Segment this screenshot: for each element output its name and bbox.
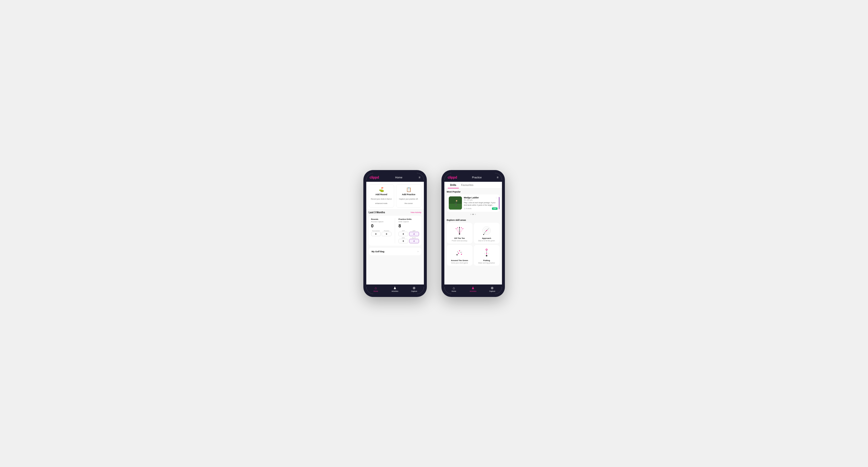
drills-subtitle: Drills Capture [399,221,419,222]
rounds-subtitle: Rounds Capture [371,221,392,222]
activities-nav-label: Activities [392,290,399,292]
drills-sub-stats: OTT 0 APP 4 ARG 0 [399,230,419,243]
practice-nav-capture[interactable]: ⊕ Capture [483,286,502,292]
svg-point-23 [485,231,486,232]
activity-title: Last 3 Months [369,211,385,214]
putt-label: PUTT [409,237,419,239]
rounds-sub-stats: Tournament 0 Practice 0 [371,230,392,236]
practice-header: clippd Practice ≡ [444,173,502,182]
home-header: clippd Home ≡ [366,173,424,182]
app-label: APP [409,230,419,231]
dots-indicator [447,213,499,216]
home-screen: ⛳ Add Round Record your shots in fast or… [366,182,424,284]
skill-card-putting[interactable]: Putting Make and lag practice [474,245,499,266]
practice-capture-label: Capture [489,290,495,292]
skill-card-approach[interactable]: Approach Dial-in to hit the green [474,223,499,244]
svg-line-8 [458,228,460,234]
arg-stat: ARG 0 [399,237,408,243]
around-the-green-desc: Hone your short game [451,262,468,264]
svg-point-24 [486,230,487,231]
skill-card-around-the-green[interactable]: Around The Green Hone your short game [447,245,472,266]
approach-name: Approach [482,237,491,239]
practice-title: Practice [472,176,482,179]
tournament-value: 0 [371,232,381,236]
stats-grid: Rounds Rounds Capture 0 Tournament 0 Pra… [371,218,419,243]
add-round-subtitle: Record your shots in fast or enhanced mo… [371,198,392,204]
skill-card-off-the-tee[interactable]: Off The Tee Power and accuracy [447,223,472,244]
clock-icon: ◷ [464,208,465,210]
menu-icon[interactable]: ≡ [418,176,420,179]
svg-point-14 [456,228,457,229]
arg-label: ARG [399,237,408,239]
drill-thumb-image [449,196,462,210]
svg-point-2 [456,200,457,201]
add-round-card[interactable]: ⛳ Add Round Record your shots in fast or… [369,184,394,208]
nav-capture[interactable]: ⊕ Capture [405,286,424,292]
dot-0[interactable] [470,214,471,215]
svg-point-25 [487,229,488,230]
rounds-total: 0 [371,223,392,229]
svg-point-41 [485,252,485,252]
svg-point-21 [483,234,484,235]
home-title: Home [395,176,402,179]
putt-value: 4 [409,239,419,243]
drills-col: Practice Drills Drills Capture 8 OTT 0 A… [399,218,419,243]
activity-section: Last 3 Months View Activity Rounds Round… [366,209,424,248]
drills-title: Practice Drills [399,218,419,220]
ott-value: 0 [399,232,408,236]
svg-point-17 [463,228,463,229]
drill-name: Wedge Ladder [464,196,479,199]
dot-2[interactable] [475,214,476,215]
practice-home-label: Home [452,290,456,292]
tab-drills[interactable]: Drills [448,182,459,188]
putt-stat: PUTT 4 [409,237,419,243]
svg-point-22 [485,232,485,233]
stats-card: Rounds Rounds Capture 0 Tournament 0 Pra… [369,216,422,246]
dot-1[interactable] [472,214,474,215]
drill-thumb-svg [449,196,462,210]
off-the-tee-name: Off The Tee [454,237,465,239]
golf-bag-row[interactable]: My Golf Bag › [369,248,422,255]
app-stat: APP 4 [409,230,419,236]
tab-favourites[interactable]: Favourites [459,182,476,188]
skill-areas-title: Explore skill areas [447,219,499,221]
ott-label: OTT [399,230,408,231]
svg-point-15 [457,227,458,228]
drill-thumbnail [449,196,462,210]
off-the-tee-desc: Power and accuracy [452,240,467,242]
capture-nav-icon: ⊕ [413,286,415,290]
skill-areas-section: Explore skill areas [444,218,502,268]
add-practice-icon: 📋 [398,187,419,192]
drill-card[interactable]: Wedge Ladder ☆ 50–100 yds Play 1 shot at… [447,194,499,212]
practice-nav-activities[interactable]: ♟ Activities [463,286,483,292]
svg-point-35 [486,252,487,252]
add-practice-card[interactable]: 📋 Add Practice Capture your practice off… [396,184,422,208]
drill-badge: APP [492,208,497,210]
most-popular-title: Most Popular [447,191,499,193]
drill-info-header: Wedge Ladder ☆ [464,196,498,199]
favourite-star-icon[interactable]: ☆ [495,196,498,199]
card-accent [499,197,499,209]
practice-home-icon: ⌂ [453,286,455,290]
svg-point-12 [459,233,460,235]
nav-home[interactable]: ⌂ Home [366,286,385,292]
practice-nav-home[interactable]: ⌂ Home [444,286,464,292]
svg-point-28 [458,253,459,254]
around-the-green-icon [454,247,465,258]
svg-line-11 [460,229,463,234]
nav-activities[interactable]: ♟ Activities [385,286,405,292]
practice-screen: Most Popular [444,189,502,284]
svg-line-7 [456,229,460,234]
svg-point-39 [485,253,485,254]
drill-info: Wedge Ladder ☆ 50–100 yds Play 1 shot at… [464,196,498,210]
drill-yardage: 50–100 yds [464,199,498,201]
svg-line-10 [460,228,461,234]
practice-menu-icon[interactable]: ≡ [497,176,498,179]
practice-tabs: Drills Favourites [444,182,502,189]
off-the-tee-icon [454,225,465,236]
view-activity-link[interactable]: View Activity [410,211,421,214]
svg-point-26 [488,228,489,229]
practice-capture-icon: ⊕ [491,286,494,290]
approach-icon [481,225,492,236]
svg-point-40 [488,253,489,254]
